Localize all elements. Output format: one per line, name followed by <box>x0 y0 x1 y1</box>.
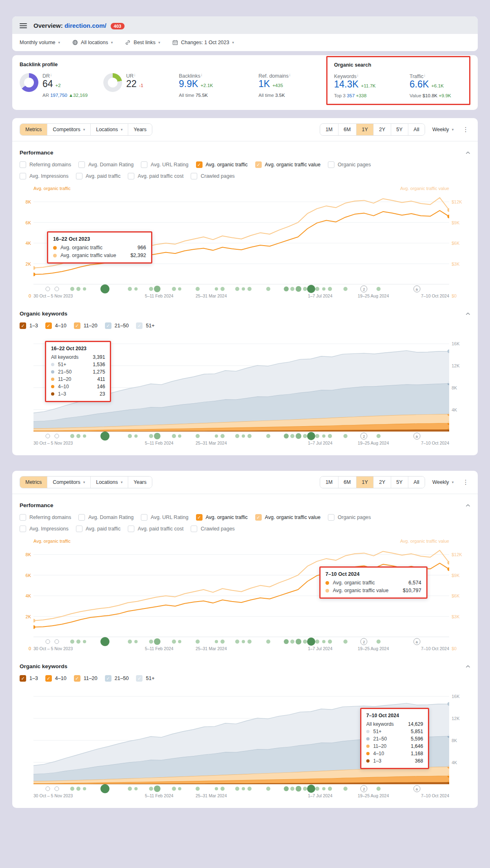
timeline-event-dot[interactable] <box>154 785 160 792</box>
range-5y-button[interactable]: 5Y <box>391 477 408 488</box>
timeline-event-dot[interactable] <box>328 434 332 438</box>
range-6m-button[interactable]: 6M <box>338 477 356 488</box>
tab-locations[interactable]: Locations▾ <box>90 124 128 135</box>
timeline-event-dot[interactable] <box>303 640 307 644</box>
timeline-event-dot[interactable] <box>215 640 218 643</box>
timeline-event-dot[interactable] <box>343 640 347 644</box>
timeline-event-dot[interactable] <box>247 434 252 438</box>
timeline-event-dot[interactable] <box>322 434 325 438</box>
metric-value[interactable]: 1K+435 <box>258 79 290 89</box>
timeline-event-dot[interactable] <box>307 785 315 793</box>
timeline-event-dot[interactable] <box>290 640 294 644</box>
filter-all-locations[interactable]: All locations ▾ <box>72 40 113 45</box>
timeline-event-dot[interactable] <box>303 787 307 791</box>
timeline-event-dot[interactable] <box>307 285 315 293</box>
timeline-event-dot[interactable] <box>296 639 301 644</box>
timeline-event-dot[interactable] <box>70 287 74 291</box>
performance-plot-area[interactable]: 7–10 Oct 2024 Avg. organic traffic6,574A… <box>33 545 449 637</box>
tab-locations[interactable]: Locations▾ <box>90 477 128 488</box>
collapse-chevron-up-icon[interactable] <box>466 312 470 315</box>
timeline-event-dot[interactable] <box>296 286 301 292</box>
timeline-event-dot[interactable] <box>76 287 80 291</box>
timeline-event-dot[interactable] <box>296 786 301 792</box>
timeline-event-dot[interactable] <box>83 787 86 790</box>
timeline-event-dot[interactable] <box>284 286 289 291</box>
timeline-event-dot[interactable] <box>149 640 153 644</box>
timeline-event-dot[interactable] <box>284 434 289 438</box>
timeline-event-dot[interactable] <box>220 434 225 438</box>
checkbox-1-3[interactable]: ✓ 1–3 <box>20 322 38 329</box>
timeline-event-dot[interactable] <box>196 640 200 644</box>
timeline-marker-a[interactable]: a <box>413 638 420 645</box>
timeline-event-dot[interactable] <box>196 787 200 791</box>
timeline-ring-icon[interactable] <box>45 787 50 791</box>
timeline-event-dot[interactable] <box>215 434 218 438</box>
checkbox-crawled-pages[interactable]: Crawled pages <box>191 173 234 179</box>
checkbox-avg-impressions[interactable]: Avg. Impressions <box>20 173 69 179</box>
collapse-chevron-up-icon[interactable] <box>466 151 470 154</box>
timeline-event-dot[interactable] <box>220 287 225 291</box>
range-6m-button[interactable]: 6M <box>338 124 356 135</box>
info-icon[interactable]: i <box>357 74 358 78</box>
timeline-event-dot[interactable] <box>290 434 294 438</box>
timeline-ring-icon[interactable] <box>45 287 50 291</box>
timeline-event-dot[interactable] <box>315 640 319 644</box>
checkbox-11-20[interactable]: ✓ 11–20 <box>74 675 98 682</box>
tab-competitors[interactable]: Competitors▾ <box>47 124 90 135</box>
info-icon[interactable]: i <box>51 73 51 77</box>
range-2y-button[interactable]: 2Y <box>373 124 390 135</box>
timeline-event-dot[interactable] <box>196 434 200 438</box>
timeline-event-dot[interactable] <box>172 287 176 291</box>
timeline-event-dot[interactable] <box>70 640 74 644</box>
timeline-event-dot[interactable] <box>322 640 325 643</box>
timeline-event-dot[interactable] <box>83 434 86 438</box>
timeline-event-dot[interactable] <box>315 787 319 791</box>
timeline-event-dot[interactable] <box>303 434 307 438</box>
checkbox-avg-domain-rating[interactable]: Avg. Domain Rating <box>78 161 134 168</box>
checkbox-4-10[interactable]: ✓ 4–10 <box>45 675 67 682</box>
range-1m-button[interactable]: 1M <box>320 477 338 488</box>
checkbox-21-50[interactable]: ✓ 21–50 <box>105 675 129 682</box>
timeline-event-dot[interactable] <box>178 787 181 790</box>
timeline-event-dot[interactable] <box>307 432 315 440</box>
range-1y-button[interactable]: 1Y <box>356 124 373 135</box>
timeline-event-dot[interactable] <box>178 287 181 291</box>
timeline-event-dot[interactable] <box>178 434 181 438</box>
kebab-menu-icon[interactable]: ⋮ <box>461 479 470 486</box>
menu-icon[interactable] <box>20 23 27 28</box>
timeline-event-dot[interactable] <box>242 787 245 790</box>
collapse-chevron-up-icon[interactable] <box>466 665 470 668</box>
timeline-event-dot[interactable] <box>128 640 132 644</box>
performance-plot-area[interactable]: 16–22 Oct 2023 Avg. organic traffic966Av… <box>33 192 449 284</box>
timeline-event-dot[interactable] <box>235 287 239 291</box>
tab-years[interactable]: Years <box>128 477 152 488</box>
timeline-event-dot[interactable] <box>172 434 176 438</box>
timeline-event-dot[interactable] <box>328 640 332 644</box>
checkbox-avg-paid-traffic[interactable]: Avg. paid traffic <box>76 526 121 532</box>
timeline-event-dot[interactable] <box>134 287 138 291</box>
timeline-event-dot[interactable] <box>100 284 109 293</box>
timeline-event-dot[interactable] <box>247 787 252 791</box>
timeline-ring-icon[interactable] <box>55 787 59 791</box>
info-icon[interactable]: i <box>290 73 290 77</box>
range-5y-button[interactable]: 5Y <box>391 124 408 135</box>
timeline-event-dot[interactable] <box>343 287 347 291</box>
tab-metrics[interactable]: Metrics <box>20 124 47 135</box>
timeline-event-dot[interactable] <box>215 287 218 291</box>
range-all-button[interactable]: All <box>408 124 425 135</box>
timeline-event-dot[interactable] <box>322 787 325 790</box>
timeline-event-dot[interactable] <box>70 787 74 791</box>
timeline-ring-icon[interactable] <box>45 434 50 438</box>
timeline-event-dot[interactable] <box>83 287 86 291</box>
timeline-event-dot[interactable] <box>154 286 160 292</box>
timeline-event-dot[interactable] <box>128 787 132 791</box>
timeline-event-dot[interactable] <box>242 287 245 291</box>
timeline-event-dot[interactable] <box>154 433 160 439</box>
timeline-event-dot[interactable] <box>196 287 200 291</box>
domain-link[interactable]: direction.com/ <box>65 22 107 29</box>
timeline-event-dot[interactable] <box>315 287 319 291</box>
timeline-event-dot[interactable] <box>376 787 381 791</box>
timeline-event-dot[interactable] <box>266 434 270 438</box>
timeline-event-dot[interactable] <box>134 640 138 643</box>
timeline-event-dot[interactable] <box>235 787 239 791</box>
